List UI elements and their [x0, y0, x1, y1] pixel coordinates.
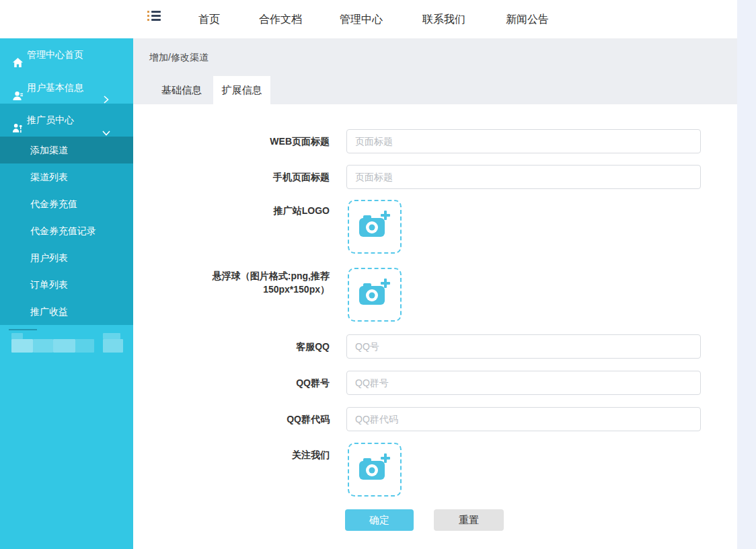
subitem-label: 订单列表 [30, 271, 68, 298]
sidebar-item-promoter-center[interactable]: 推广员中心 [0, 104, 133, 137]
sidebar-subitem-promo-earnings[interactable]: 推广收益 [0, 298, 133, 325]
qq-group-code-input[interactable] [346, 407, 701, 431]
field-label-follow-us: 关注我们 [195, 448, 330, 462]
field-label-mobile-title: 手机页面标题 [195, 165, 330, 189]
sidebar-item-admin-home[interactable]: 管理中心首页 [0, 38, 133, 71]
field-label-site-logo: 推广站LOGO [195, 204, 330, 217]
nav-home[interactable]: 首页 [198, 0, 220, 38]
field-label-float-ball: 悬浮球（图片格式:png,推荐 150px*150px） [195, 269, 330, 296]
sidebar-item-label: 推广员中心 [27, 104, 74, 137]
camera-plus-icon [358, 209, 391, 244]
sidebar-group-promoter: 推广员中心 添加渠道 渠道列表 代金券充值 代金券充值记录 用户列表 订单列表 … [0, 104, 133, 325]
nav-admin-center[interactable]: 管理中心 [340, 0, 383, 38]
nav-contact[interactable]: 联系我们 [422, 0, 465, 38]
subitem-label: 推广收益 [30, 298, 68, 325]
chevron-down-icon [102, 118, 110, 126]
form-panel: WEB页面标题 手机页面标题 推广站LOGO 悬浮球（图片格式:png,推荐 1… [133, 104, 737, 549]
logo-upload-box[interactable] [348, 200, 402, 254]
camera-plus-icon [358, 452, 391, 487]
subitem-label: 渠道列表 [30, 163, 68, 190]
sidebar-item-label: 用户基本信息 [27, 71, 83, 104]
redacted-item [0, 324, 133, 398]
qq-group-input[interactable] [346, 371, 701, 395]
field-label-qq-group: QQ群号 [195, 371, 330, 395]
user-icon [12, 82, 24, 94]
tab-basic-info[interactable]: 基础信息 [148, 76, 215, 104]
sidebar-subitem-order-list[interactable]: 订单列表 [0, 271, 133, 298]
sidebar-subitem-user-list[interactable]: 用户列表 [0, 244, 133, 271]
sidebar-subitem-add-channel[interactable]: 添加渠道 [0, 137, 133, 163]
field-label-qq-group-code: QQ群代码 [195, 407, 330, 431]
sidebar-subitem-voucher-recharge[interactable]: 代金券充值 [0, 190, 133, 217]
field-label-web-title: WEB页面标题 [195, 129, 330, 153]
menu-list-icon[interactable] [147, 10, 162, 22]
follow-us-upload-box[interactable] [348, 443, 402, 497]
camera-plus-icon [358, 277, 391, 312]
nav-docs[interactable]: 合作文档 [259, 0, 302, 38]
service-qq-input[interactable] [346, 334, 701, 359]
mobile-title-input[interactable] [346, 165, 701, 189]
top-bar: 首页 合作文档 管理中心 联系我们 新闻公告 [0, 0, 737, 38]
sidebar-item-user-info[interactable]: 用户基本信息 [0, 71, 133, 104]
reset-button[interactable]: 重置 [434, 509, 504, 531]
subitem-label: 代金券充值 [30, 190, 77, 217]
subitem-label: 代金券充值记录 [30, 217, 96, 244]
subitem-label: 用户列表 [30, 244, 68, 271]
sidebar-item-label: 管理中心首页 [27, 38, 83, 71]
sidebar: 管理中心首页 用户基本信息 推广员中心 添加渠道 渠道列表 代金券充值 代金券充… [0, 38, 133, 549]
field-label-service-qq: 客服QQ [195, 334, 330, 359]
web-title-input[interactable] [346, 129, 701, 153]
sidebar-subitem-channel-list[interactable]: 渠道列表 [0, 163, 133, 190]
promoter-icon [12, 114, 24, 126]
home-icon [12, 49, 24, 61]
sidebar-subitem-voucher-records[interactable]: 代金券充值记录 [0, 217, 133, 244]
tab-extended-info[interactable]: 扩展信息 [213, 76, 270, 104]
content-header: 增加/修改渠道 基础信息 扩展信息 [133, 38, 737, 104]
breadcrumb: 增加/修改渠道 [149, 52, 209, 64]
nav-news[interactable]: 新闻公告 [506, 0, 549, 38]
chevron-right-icon [102, 84, 110, 92]
float-ball-upload-box[interactable] [348, 268, 402, 322]
confirm-button[interactable]: 确定 [345, 509, 414, 531]
subitem-label: 添加渠道 [30, 137, 68, 163]
